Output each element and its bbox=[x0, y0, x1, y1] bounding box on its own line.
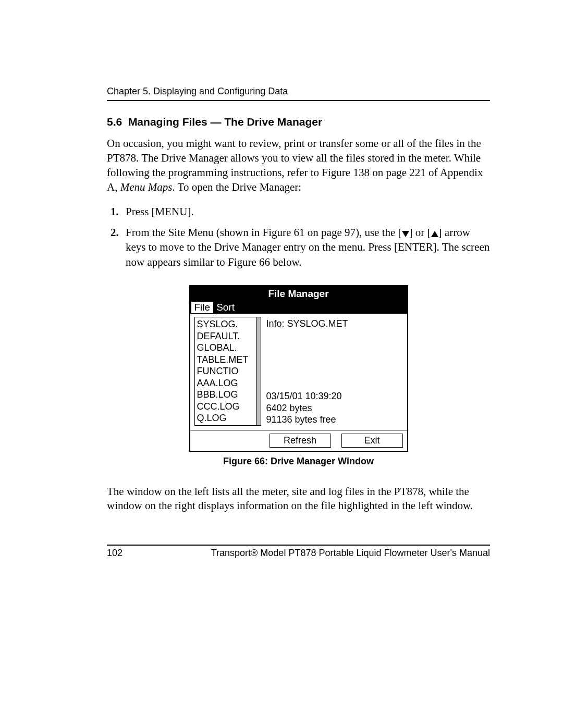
step-2-text-a: From the Site Menu (shown in Figure 61 o… bbox=[126, 226, 402, 239]
drive-manager-window: File Manager File Sort SYSLOG. DEFAULT. … bbox=[189, 285, 408, 452]
menu-file[interactable]: File bbox=[191, 302, 214, 313]
info-datetime: 03/15/01 10:39:20 bbox=[266, 390, 403, 402]
top-rule bbox=[107, 100, 490, 101]
bottom-rule bbox=[107, 545, 490, 546]
figure-caption: Figure 66: Drive Manager Window bbox=[107, 456, 490, 467]
list-item[interactable]: FUNCTIO bbox=[197, 365, 255, 377]
step-1-text: Press [MENU]. bbox=[126, 205, 194, 218]
down-arrow-icon bbox=[402, 231, 409, 237]
info-label: Info: SYSLOG.MET bbox=[266, 318, 403, 330]
window-body: SYSLOG. DEFAULT. GLOBAL. TABLE.MET FUNCT… bbox=[190, 314, 407, 430]
refresh-button[interactable]: Refresh bbox=[270, 434, 331, 448]
exit-button[interactable]: Exit bbox=[341, 434, 403, 448]
step-2: From the Site Menu (shown in Figure 61 o… bbox=[121, 225, 490, 269]
list-item[interactable]: Q.LOG bbox=[197, 412, 255, 424]
intro-paragraph: On occasion, you might want to review, p… bbox=[107, 137, 490, 195]
window-title: File Manager bbox=[190, 286, 407, 302]
closing-paragraph: The window on the left lists all the met… bbox=[107, 485, 490, 514]
info-free: 91136 bytes free bbox=[266, 414, 403, 426]
page-number: 102 bbox=[107, 548, 123, 559]
up-arrow-icon bbox=[431, 231, 438, 237]
list-item[interactable]: AAA.LOG bbox=[197, 377, 255, 389]
scrollbar[interactable] bbox=[256, 317, 261, 426]
menu-bar: File Sort bbox=[190, 302, 407, 314]
list-item[interactable]: GLOBAL. bbox=[197, 342, 255, 354]
steps-list: Press [MENU]. From the Site Menu (shown … bbox=[107, 204, 490, 269]
list-item[interactable]: CCC.LOG bbox=[197, 401, 255, 413]
list-item[interactable]: SYSLOG. bbox=[197, 318, 255, 330]
info-size: 6402 bytes bbox=[266, 402, 403, 414]
page-footer: 102 Transport® Model PT878 Portable Liqu… bbox=[107, 548, 490, 559]
button-bar: Refresh Exit bbox=[190, 430, 407, 451]
section-number: 5.6 bbox=[107, 116, 122, 128]
list-item[interactable]: DEFAULT. bbox=[197, 330, 255, 342]
section-heading: 5.6 Managing Files — The Drive Manager bbox=[107, 116, 490, 128]
intro-text-c: . To open the Drive Manager: bbox=[172, 181, 301, 193]
info-panel: Info: SYSLOG.MET 03/15/01 10:39:20 6402 … bbox=[266, 317, 403, 426]
section-title: Managing Files — The Drive Manager bbox=[128, 116, 322, 128]
button-spacer bbox=[194, 434, 259, 448]
drive-manager-figure: File Manager File Sort SYSLOG. DEFAULT. … bbox=[189, 285, 408, 452]
chapter-header: Chapter 5. Displaying and Configuring Da… bbox=[107, 86, 490, 97]
intro-text-italic: Menu Maps bbox=[120, 181, 173, 193]
step-2-text-b: ] or [ bbox=[409, 226, 431, 239]
manual-title: Transport® Model PT878 Portable Liquid F… bbox=[211, 548, 490, 559]
file-list-panel: SYSLOG. DEFAULT. GLOBAL. TABLE.MET FUNCT… bbox=[194, 317, 261, 426]
manual-page: Chapter 5. Displaying and Configuring Da… bbox=[0, 0, 563, 611]
list-item[interactable]: TABLE.MET bbox=[197, 354, 255, 366]
file-list[interactable]: SYSLOG. DEFAULT. GLOBAL. TABLE.MET FUNCT… bbox=[194, 317, 256, 426]
step-1: Press [MENU]. bbox=[121, 204, 490, 219]
list-item[interactable]: BBB.LOG bbox=[197, 389, 255, 401]
menu-sort[interactable]: Sort bbox=[213, 302, 238, 313]
